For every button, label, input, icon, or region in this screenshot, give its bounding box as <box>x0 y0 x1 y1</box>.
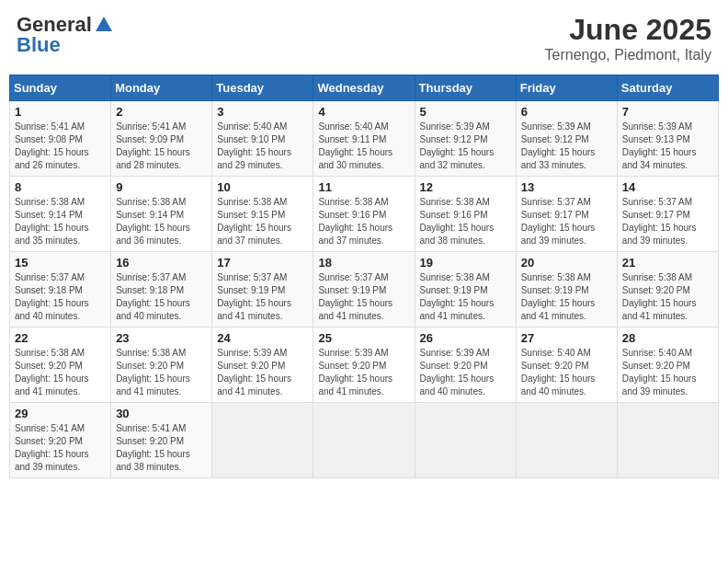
calendar-cell <box>415 403 516 478</box>
day-info: Sunrise: 5:37 AM Sunset: 9:18 PM Dayligh… <box>116 271 207 323</box>
calendar-cell: 3Sunrise: 5:40 AM Sunset: 9:10 PM Daylig… <box>212 101 313 177</box>
day-number: 12 <box>420 180 511 194</box>
day-number: 18 <box>318 256 409 270</box>
calendar-cell: 26Sunrise: 5:39 AM Sunset: 9:20 PM Dayli… <box>415 327 516 403</box>
day-info: Sunrise: 5:41 AM Sunset: 9:20 PM Dayligh… <box>15 422 106 474</box>
day-number: 11 <box>318 180 409 194</box>
day-number: 16 <box>116 256 207 270</box>
calendar-cell: 2Sunrise: 5:41 AM Sunset: 9:09 PM Daylig… <box>111 101 212 177</box>
day-number: 2 <box>116 105 207 119</box>
calendar-header-row: SundayMondayTuesdayWednesdayThursdayFrid… <box>10 75 719 101</box>
day-info: Sunrise: 5:38 AM Sunset: 9:14 PM Dayligh… <box>15 196 106 247</box>
header: General Blue June 2025 Ternengo, Piedmon… <box>9 9 719 67</box>
day-info: Sunrise: 5:38 AM Sunset: 9:16 PM Dayligh… <box>318 196 409 247</box>
calendar-week-row: 29Sunrise: 5:41 AM Sunset: 9:20 PM Dayli… <box>10 403 719 478</box>
calendar-cell: 9Sunrise: 5:38 AM Sunset: 9:14 PM Daylig… <box>111 177 212 252</box>
month-title: June 2025 <box>545 13 711 47</box>
day-number: 8 <box>15 180 106 194</box>
day-info: Sunrise: 5:38 AM Sunset: 9:20 PM Dayligh… <box>116 347 207 398</box>
calendar-day-header: Friday <box>516 75 617 101</box>
day-number: 7 <box>622 105 713 119</box>
day-number: 22 <box>15 331 106 345</box>
calendar-cell: 17Sunrise: 5:37 AM Sunset: 9:19 PM Dayli… <box>212 252 313 327</box>
calendar-cell: 13Sunrise: 5:37 AM Sunset: 9:17 PM Dayli… <box>516 177 617 252</box>
day-number: 14 <box>622 180 713 194</box>
day-info: Sunrise: 5:38 AM Sunset: 9:15 PM Dayligh… <box>217 196 308 247</box>
calendar-cell <box>617 403 718 478</box>
day-number: 20 <box>521 256 612 270</box>
day-info: Sunrise: 5:40 AM Sunset: 9:20 PM Dayligh… <box>622 347 713 398</box>
calendar-cell: 1Sunrise: 5:41 AM Sunset: 9:08 PM Daylig… <box>10 101 111 177</box>
day-info: Sunrise: 5:37 AM Sunset: 9:19 PM Dayligh… <box>318 271 409 323</box>
day-number: 19 <box>420 256 511 270</box>
calendar-cell: 20Sunrise: 5:38 AM Sunset: 9:19 PM Dayli… <box>516 252 617 327</box>
calendar-cell: 23Sunrise: 5:38 AM Sunset: 9:20 PM Dayli… <box>111 327 212 403</box>
day-number: 24 <box>217 331 308 345</box>
calendar-day-header: Monday <box>111 75 212 101</box>
calendar-cell <box>212 403 313 478</box>
calendar-week-row: 15Sunrise: 5:37 AM Sunset: 9:18 PM Dayli… <box>10 252 719 327</box>
calendar-table: SundayMondayTuesdayWednesdayThursdayFrid… <box>9 75 719 478</box>
day-info: Sunrise: 5:41 AM Sunset: 9:20 PM Dayligh… <box>116 422 207 474</box>
calendar-cell: 21Sunrise: 5:38 AM Sunset: 9:20 PM Dayli… <box>617 252 718 327</box>
day-info: Sunrise: 5:39 AM Sunset: 9:20 PM Dayligh… <box>420 347 511 398</box>
day-info: Sunrise: 5:40 AM Sunset: 9:11 PM Dayligh… <box>318 121 409 172</box>
day-number: 1 <box>15 105 106 119</box>
day-number: 25 <box>318 331 409 345</box>
day-info: Sunrise: 5:40 AM Sunset: 9:10 PM Dayligh… <box>217 121 308 172</box>
calendar-cell: 18Sunrise: 5:37 AM Sunset: 9:19 PM Dayli… <box>313 252 415 327</box>
day-info: Sunrise: 5:39 AM Sunset: 9:20 PM Dayligh… <box>318 347 409 398</box>
calendar-day-header: Tuesday <box>212 75 313 101</box>
day-number: 28 <box>622 331 713 345</box>
logo-icon <box>94 15 114 35</box>
calendar-cell: 11Sunrise: 5:38 AM Sunset: 9:16 PM Dayli… <box>313 177 415 252</box>
day-number: 27 <box>521 331 612 345</box>
day-number: 4 <box>318 105 409 119</box>
day-info: Sunrise: 5:37 AM Sunset: 9:17 PM Dayligh… <box>622 196 713 247</box>
day-info: Sunrise: 5:37 AM Sunset: 9:18 PM Dayligh… <box>15 271 106 323</box>
calendar-cell: 6Sunrise: 5:39 AM Sunset: 9:12 PM Daylig… <box>516 101 617 177</box>
calendar-cell: 22Sunrise: 5:38 AM Sunset: 9:20 PM Dayli… <box>10 327 111 403</box>
day-info: Sunrise: 5:39 AM Sunset: 9:20 PM Dayligh… <box>217 347 308 398</box>
day-info: Sunrise: 5:39 AM Sunset: 9:12 PM Dayligh… <box>521 121 612 172</box>
day-number: 21 <box>622 256 713 270</box>
day-info: Sunrise: 5:38 AM Sunset: 9:20 PM Dayligh… <box>622 271 713 323</box>
day-number: 13 <box>521 180 612 194</box>
calendar-cell: 19Sunrise: 5:38 AM Sunset: 9:19 PM Dayli… <box>415 252 516 327</box>
title-area: June 2025 Ternengo, Piedmont, Italy <box>545 13 711 63</box>
day-info: Sunrise: 5:37 AM Sunset: 9:19 PM Dayligh… <box>217 271 308 323</box>
day-number: 6 <box>521 105 612 119</box>
day-number: 30 <box>116 407 207 420</box>
day-info: Sunrise: 5:37 AM Sunset: 9:17 PM Dayligh… <box>521 196 612 247</box>
calendar-cell: 14Sunrise: 5:37 AM Sunset: 9:17 PM Dayli… <box>617 177 718 252</box>
calendar-cell: 27Sunrise: 5:40 AM Sunset: 9:20 PM Dayli… <box>516 327 617 403</box>
day-number: 17 <box>217 256 308 270</box>
day-info: Sunrise: 5:41 AM Sunset: 9:09 PM Dayligh… <box>116 121 207 172</box>
day-info: Sunrise: 5:38 AM Sunset: 9:19 PM Dayligh… <box>420 271 511 323</box>
calendar-week-row: 22Sunrise: 5:38 AM Sunset: 9:20 PM Dayli… <box>10 327 719 403</box>
logo-blue-text: Blue <box>17 33 61 57</box>
calendar-cell <box>313 403 415 478</box>
calendar-cell: 16Sunrise: 5:37 AM Sunset: 9:18 PM Dayli… <box>111 252 212 327</box>
location-title: Ternengo, Piedmont, Italy <box>545 47 711 63</box>
calendar-day-header: Saturday <box>617 75 718 101</box>
day-number: 29 <box>15 407 106 420</box>
day-number: 9 <box>116 180 207 194</box>
calendar-cell: 29Sunrise: 5:41 AM Sunset: 9:20 PM Dayli… <box>10 403 111 478</box>
day-info: Sunrise: 5:38 AM Sunset: 9:20 PM Dayligh… <box>15 347 106 398</box>
calendar-cell: 4Sunrise: 5:40 AM Sunset: 9:11 PM Daylig… <box>313 101 415 177</box>
day-info: Sunrise: 5:38 AM Sunset: 9:16 PM Dayligh… <box>420 196 511 247</box>
calendar-cell: 5Sunrise: 5:39 AM Sunset: 9:12 PM Daylig… <box>415 101 516 177</box>
calendar-cell: 15Sunrise: 5:37 AM Sunset: 9:18 PM Dayli… <box>10 252 111 327</box>
svg-marker-0 <box>96 17 112 31</box>
calendar-cell: 8Sunrise: 5:38 AM Sunset: 9:14 PM Daylig… <box>10 177 111 252</box>
calendar-cell: 10Sunrise: 5:38 AM Sunset: 9:15 PM Dayli… <box>212 177 313 252</box>
calendar-day-header: Sunday <box>10 75 111 101</box>
day-info: Sunrise: 5:38 AM Sunset: 9:19 PM Dayligh… <box>521 271 612 323</box>
calendar-week-row: 8Sunrise: 5:38 AM Sunset: 9:14 PM Daylig… <box>10 177 719 252</box>
day-number: 10 <box>217 180 308 194</box>
day-info: Sunrise: 5:40 AM Sunset: 9:20 PM Dayligh… <box>521 347 612 398</box>
calendar-week-row: 1Sunrise: 5:41 AM Sunset: 9:08 PM Daylig… <box>10 101 719 177</box>
calendar-cell <box>516 403 617 478</box>
calendar-day-header: Thursday <box>415 75 516 101</box>
